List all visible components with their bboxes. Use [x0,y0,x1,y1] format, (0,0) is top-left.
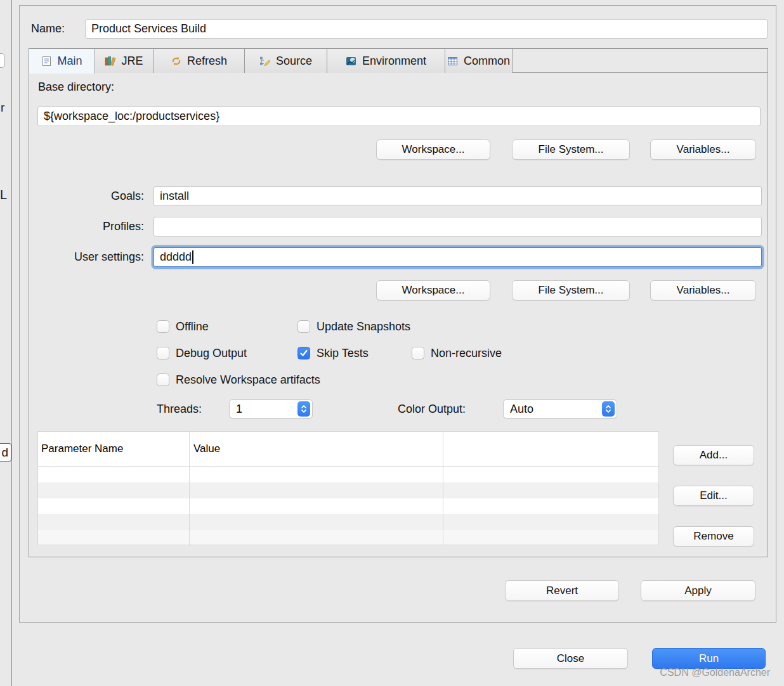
table-icon [447,56,459,67]
apply-button[interactable]: Apply [641,580,755,601]
table-row [38,482,658,498]
tree-selected-item-fragment: d [0,443,11,462]
checkbox-box [157,347,169,359]
checkbox-offline[interactable]: Offline [157,320,209,333]
checkbox-resolve-workspace-artifacts[interactable]: Resolve Workspace artifacts [157,373,320,387]
file-system-button[interactable]: File System... [512,139,630,160]
checkbox-debug-output[interactable]: Debug Output [157,346,247,360]
eclipse-run-configuration-dialog: { "dialog": { "name_label": "Name:", "na… [0,0,784,686]
refresh-icon [171,56,182,67]
checkbox-label: Non-recursive [431,347,502,360]
name-input[interactable] [85,19,768,39]
checkbox-label: Debug Output [176,347,247,360]
tree-text-fragment: d [1,446,8,459]
variables-button[interactable]: Variables... [650,139,756,160]
stepper-icon [602,401,615,417]
checkbox-box [157,320,169,333]
file-system-button-2[interactable]: File System... [512,280,630,301]
run-configuration-panel: Name: Main JRE Refresh [19,5,776,623]
table-header: Parameter Name Value [38,432,658,467]
tree-text-fragment: L [0,188,7,202]
checkbox-box [157,373,169,386]
workspace-button-2[interactable]: Workspace... [376,280,490,301]
tab-label: Environment [362,55,426,68]
tab-folder: Main JRE Refresh Source [29,48,768,557]
tab-common[interactable]: Common [445,49,513,73]
name-label: Name: [31,19,65,39]
library-icon [105,56,116,67]
column-resize-handle[interactable] [189,432,190,545]
checkbox-box [297,320,310,333]
checkbox-label: Update Snapshots [317,320,410,333]
table-row [38,467,658,482]
checkbox-non-recursive[interactable]: Non-recursive [412,346,502,360]
left-tree-panel-edge: r L d [0,0,12,686]
color-output-value: Auto [504,403,602,416]
tab-environment[interactable]: Environment [327,49,445,73]
user-settings-input[interactable]: ddddd [154,247,762,267]
table-row [38,498,658,514]
checkbox-skip-tests[interactable]: Skip Tests [297,346,369,360]
tab-label: Common [464,55,510,68]
checkbox-update-snapshots[interactable]: Update Snapshots [297,320,410,333]
workspace-button[interactable]: Workspace... [376,139,490,160]
tab-refresh[interactable]: Refresh [154,49,245,73]
revert-button[interactable]: Revert [505,580,619,601]
base-directory-label: Base directory: [38,81,114,94]
document-icon [41,56,52,67]
base-directory-input[interactable] [37,107,761,126]
tab-label: JRE [121,55,143,68]
tab-source[interactable]: Source [245,49,327,73]
column-resize-handle[interactable] [443,432,443,545]
checkmark-icon [299,349,308,357]
threads-select[interactable]: 1 [229,399,313,418]
column-header-parameter-name[interactable]: Parameter Name [38,443,189,455]
variables-button-2[interactable]: Variables... [650,280,756,301]
tab-jre[interactable]: JRE [95,49,154,73]
edit-button[interactable]: Edit... [673,486,754,506]
user-settings-label: User settings: [36,247,144,267]
goals-input[interactable] [154,186,762,206]
goals-label: Goals: [36,186,144,206]
tab-bar: Main JRE Refresh Source [29,49,768,73]
add-button[interactable]: Add... [673,445,754,465]
table-row [38,514,658,530]
table-row [38,530,658,545]
checkbox-box [412,347,424,359]
profiles-label: Profiles: [36,217,144,236]
main-tab-content: Base directory: Workspace... File System… [29,73,768,557]
filter-box-fragment [0,53,5,68]
threads-value: 1 [230,403,297,416]
source-icon [259,56,271,67]
threads-label: Threads: [157,399,202,418]
profiles-input[interactable] [154,217,762,236]
environment-icon [346,56,357,67]
color-output-select[interactable]: Auto [503,399,617,418]
close-button[interactable]: Close [513,648,628,669]
parameters-table[interactable]: Parameter Name Value [37,431,659,545]
checkbox-label: Skip Tests [317,347,369,360]
tab-label: Source [276,55,312,68]
color-output-label: Color Output: [398,399,466,418]
tree-text-fragment: r [1,101,4,115]
column-header-value[interactable]: Value [189,443,443,455]
stepper-icon [297,401,310,417]
checkbox-box [297,347,310,359]
run-button[interactable]: Run [652,648,766,669]
text-cursor [192,250,193,264]
watermark-text: CSDN @GoldenaArcher [660,667,770,678]
checkbox-label: Offline [176,320,209,333]
user-settings-value: ddddd [160,250,192,264]
remove-button[interactable]: Remove [673,526,754,547]
tab-main[interactable]: Main [29,49,95,74]
checkbox-label: Resolve Workspace artifacts [176,373,320,387]
tab-label: Main [57,55,82,68]
tab-label: Refresh [187,55,227,68]
